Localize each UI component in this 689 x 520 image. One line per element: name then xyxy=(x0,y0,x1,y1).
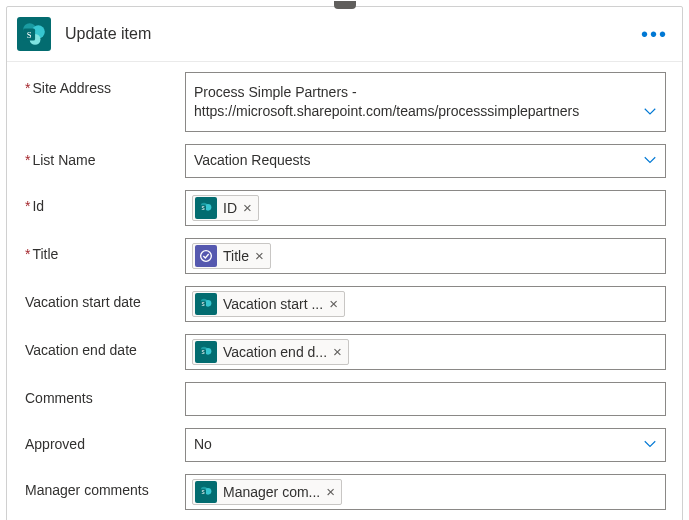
remove-token-icon[interactable]: × xyxy=(333,344,342,359)
remove-token-icon[interactable]: × xyxy=(255,248,264,263)
label-manager-comments: Manager comments xyxy=(25,474,185,498)
update-item-card: S Update item ••• *Site Address Process … xyxy=(6,6,683,520)
field-vacation-end: Vacation end date S Vacation end d... × xyxy=(25,334,666,370)
input-comments[interactable] xyxy=(185,382,666,416)
label-vacation-start: Vacation start date xyxy=(25,286,185,310)
token-title[interactable]: Title × xyxy=(192,243,271,269)
collapse-handle[interactable] xyxy=(334,1,356,9)
field-vacation-start: Vacation start date S Vacation start ...… xyxy=(25,286,666,322)
token-id[interactable]: S ID × xyxy=(192,195,259,221)
sharepoint-icon: S xyxy=(17,17,51,51)
remove-token-icon[interactable]: × xyxy=(326,484,335,499)
token-vacation-end[interactable]: S Vacation end d... × xyxy=(192,339,349,365)
more-actions-button[interactable]: ••• xyxy=(641,24,668,44)
card-header: S Update item ••• xyxy=(7,7,682,62)
svg-text:S: S xyxy=(201,490,204,495)
token-manager-comments[interactable]: S Manager com... × xyxy=(192,479,342,505)
sharepoint-token-icon: S xyxy=(195,197,217,219)
svg-text:S: S xyxy=(27,30,32,40)
svg-text:S: S xyxy=(201,206,204,211)
field-list-name: *List Name Vacation Requests xyxy=(25,144,666,178)
input-title[interactable]: Title × xyxy=(185,238,666,274)
chevron-down-icon[interactable] xyxy=(641,434,659,455)
label-title: *Title xyxy=(25,238,185,262)
token-vacation-start[interactable]: S Vacation start ... × xyxy=(192,291,345,317)
label-vacation-end: Vacation end date xyxy=(25,334,185,358)
label-id: *Id xyxy=(25,190,185,214)
input-manager-comments[interactable]: S Manager com... × xyxy=(185,474,666,510)
field-id: *Id S ID × xyxy=(25,190,666,226)
field-manager-comments: Manager comments S Manager com... × xyxy=(25,474,666,510)
input-site-address[interactable]: Process Simple Partners - https://micros… xyxy=(185,72,666,132)
input-list-name[interactable]: Vacation Requests xyxy=(185,144,666,178)
field-site-address: *Site Address Process Simple Partners - … xyxy=(25,72,666,132)
chevron-down-icon[interactable] xyxy=(641,102,659,123)
svg-text:S: S xyxy=(201,302,204,307)
field-approved: Approved No xyxy=(25,428,666,462)
field-comments: Comments xyxy=(25,382,666,416)
card-title: Update item xyxy=(65,25,641,43)
sharepoint-token-icon: S xyxy=(195,341,217,363)
card-body: *Site Address Process Simple Partners - … xyxy=(7,62,682,520)
remove-token-icon[interactable]: × xyxy=(243,200,252,215)
chevron-down-icon[interactable] xyxy=(641,150,659,171)
label-list-name: *List Name xyxy=(25,144,185,168)
field-title: *Title Title × xyxy=(25,238,666,274)
input-vacation-end[interactable]: S Vacation end d... × xyxy=(185,334,666,370)
input-id[interactable]: S ID × xyxy=(185,190,666,226)
remove-token-icon[interactable]: × xyxy=(329,296,338,311)
sharepoint-token-icon: S xyxy=(195,481,217,503)
approval-token-icon xyxy=(195,245,217,267)
svg-text:S: S xyxy=(201,350,204,355)
svg-point-9 xyxy=(201,250,212,261)
label-site-address: *Site Address xyxy=(25,72,185,96)
label-comments: Comments xyxy=(25,382,185,406)
label-approved: Approved xyxy=(25,428,185,452)
input-approved[interactable]: No xyxy=(185,428,666,462)
sharepoint-token-icon: S xyxy=(195,293,217,315)
input-vacation-start[interactable]: S Vacation start ... × xyxy=(185,286,666,322)
